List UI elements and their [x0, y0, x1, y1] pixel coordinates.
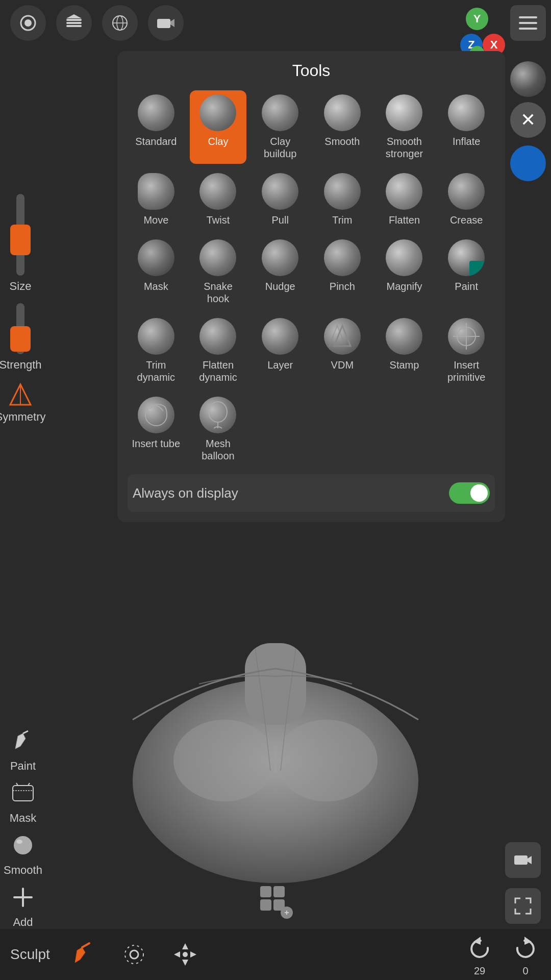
tool-clay-buildup[interactable]: Clay buildup: [252, 90, 309, 164]
tool-clay[interactable]: Clay: [190, 90, 247, 164]
strength-slider-thumb[interactable]: [10, 326, 31, 352]
tool-paint[interactable]: Paint: [438, 235, 495, 309]
material-button[interactable]: [102, 5, 138, 41]
svg-marker-10: [170, 19, 174, 27]
mask-label: Mask: [10, 812, 37, 825]
tool-sphere-clay-buildup: [262, 94, 298, 131]
tool-sphere-nudge: [262, 239, 298, 276]
tool-label-insert-primitive: Insert primitive: [440, 359, 493, 383]
tool-sphere-flatten: [386, 173, 422, 210]
tool-layer[interactable]: Layer: [252, 314, 309, 387]
tool-crease[interactable]: Crease: [438, 169, 495, 230]
tool-flatten[interactable]: Flatten: [376, 169, 433, 230]
tool-smooth-stronger[interactable]: Smooth stronger: [376, 90, 433, 164]
bottom-center-icon[interactable]: [255, 881, 296, 924]
layers-button[interactable]: [56, 5, 92, 41]
tool-pinch[interactable]: Pinch: [314, 235, 371, 309]
svg-line-24: [23, 731, 28, 733]
tool-inflate[interactable]: Inflate: [438, 90, 495, 164]
size-slider-thumb[interactable]: [10, 225, 31, 255]
tool-standard[interactable]: Standard: [128, 90, 185, 164]
symmetry-label: Symmetry: [0, 410, 46, 424]
redo-button[interactable]: 0: [510, 933, 541, 977]
svg-point-48: [183, 952, 188, 957]
tool-label-layer: Layer: [267, 359, 293, 371]
add-tool[interactable]: Add: [8, 882, 38, 929]
tool-label-magnify: Magnify: [386, 280, 422, 292]
svg-point-43: [125, 945, 143, 964]
fullscreen-button[interactable]: [505, 888, 541, 924]
smooth-label: Smooth: [4, 864, 42, 877]
tool-sphere-crease: [448, 173, 485, 210]
tool-sphere-insert-tube: [138, 397, 174, 433]
tool-mask[interactable]: Mask: [128, 235, 185, 309]
camera-float-button[interactable]: [505, 842, 541, 878]
tool-label-crease: Crease: [450, 214, 483, 226]
settings-button[interactable]: [116, 937, 152, 972]
add-icon: [8, 882, 38, 913]
size-slider-container: Size: [10, 194, 32, 293]
tool-vdm[interactable]: VDM: [314, 314, 371, 387]
smooth-icon: [8, 830, 38, 861]
camera-button[interactable]: [148, 5, 184, 41]
tool-sphere-mesh-balloon: [199, 397, 236, 433]
svg-rect-39: [514, 855, 528, 865]
brush-tool-button[interactable]: [65, 937, 101, 972]
tool-label-pull: Pull: [271, 214, 288, 226]
size-label: Size: [10, 280, 32, 293]
tool-sphere-trim: [324, 173, 361, 210]
strength-slider-track[interactable]: [16, 303, 24, 354]
tool-label-paint: Paint: [455, 280, 478, 292]
svg-rect-33: [273, 886, 285, 897]
bottom-toolbar: Sculpt 29: [0, 929, 551, 980]
tool-insert-primitive[interactable]: Insert primitive: [438, 314, 495, 387]
paint-tool[interactable]: Paint: [8, 726, 38, 773]
svg-point-21: [276, 720, 378, 801]
tool-label-flatten: Flatten: [389, 214, 420, 226]
undo-count: 29: [474, 965, 485, 977]
tool-label-twist: Twist: [207, 214, 230, 226]
tool-pull[interactable]: Pull: [252, 169, 309, 230]
mask-tool[interactable]: Mask: [8, 778, 38, 825]
tool-trim-dynamic[interactable]: Trim dynamic: [128, 314, 185, 387]
sculpt-label: Sculpt: [10, 946, 50, 963]
tool-magnify[interactable]: Magnify: [376, 235, 433, 309]
smooth-bottom-tool[interactable]: Smooth: [4, 830, 42, 877]
tool-sphere-layer: [262, 318, 298, 355]
paint-label: Paint: [10, 760, 36, 773]
tool-label-clay: Clay: [208, 135, 228, 148]
tool-label-smooth: Smooth: [324, 135, 360, 148]
svg-marker-45: [182, 960, 188, 966]
tool-smooth[interactable]: Smooth: [314, 90, 371, 164]
tool-label-move: Move: [143, 214, 168, 226]
tool-snake-hook[interactable]: Snake hook: [190, 235, 247, 309]
size-slider-track[interactable]: [16, 194, 24, 276]
tool-move[interactable]: Move: [128, 169, 185, 230]
record-button[interactable]: [10, 5, 46, 41]
svg-point-28: [14, 836, 32, 854]
svg-marker-47: [190, 951, 196, 958]
tool-twist[interactable]: Twist: [190, 169, 247, 230]
svg-rect-4: [66, 25, 82, 27]
model-area[interactable]: [0, 434, 551, 929]
tool-trim[interactable]: Trim: [314, 169, 371, 230]
tool-sphere-trim-dynamic: [138, 318, 174, 355]
tool-sphere-mask: [138, 239, 174, 276]
redo-count: 0: [522, 965, 528, 977]
svg-line-41: [82, 943, 89, 947]
menu-button[interactable]: [510, 5, 546, 41]
svg-point-29: [16, 840, 22, 844]
tool-nudge[interactable]: Nudge: [252, 235, 309, 309]
svg-point-16: [209, 402, 227, 422]
svg-rect-32: [260, 886, 271, 897]
tool-flatten-dynamic[interactable]: Flatten dynamic: [190, 314, 247, 387]
axis-y: Y: [466, 8, 488, 30]
symmetry-button[interactable]: Symmetry: [0, 382, 46, 424]
tool-label-inflate: Inflate: [453, 135, 480, 148]
undo-button[interactable]: 29: [464, 933, 495, 977]
svg-rect-25: [13, 786, 33, 801]
tool-stamp[interactable]: Stamp: [376, 314, 433, 387]
svg-rect-2: [66, 19, 82, 21]
move-tool-button[interactable]: [167, 937, 203, 972]
close-button[interactable]: ✕: [510, 102, 546, 138]
